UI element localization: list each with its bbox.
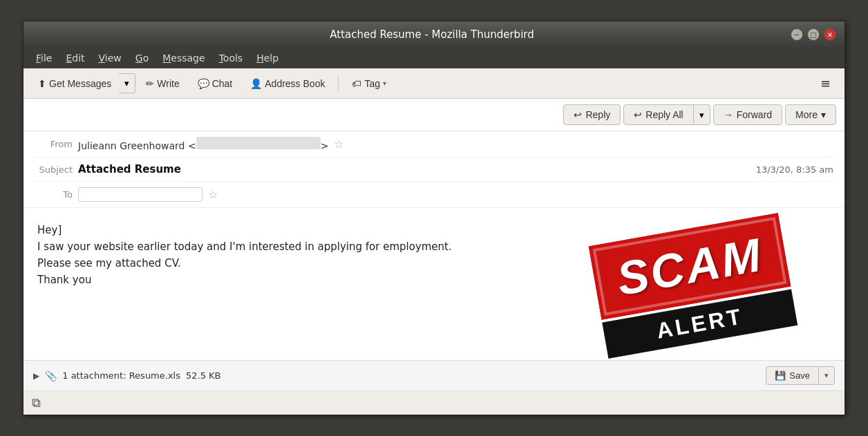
chat-button[interactable]: 💬 Chat: [190, 74, 240, 93]
menu-help[interactable]: Help: [251, 50, 284, 66]
save-button[interactable]: 💾 Save: [766, 366, 819, 385]
save-dropdown[interactable]: ▾: [819, 366, 835, 385]
attachment-bar: ▶ 📎 1 attachment: Resume.xls 52.5 KB 💾 S…: [23, 360, 845, 390]
reply-icon: ↩: [574, 109, 582, 120]
menu-tools[interactable]: Tools: [214, 50, 249, 66]
reply-all-button[interactable]: ↩ Reply All: [623, 104, 693, 125]
window-controls: ─ □ ✕: [791, 28, 836, 41]
email-date: 13/3/20, 8:35 am: [756, 164, 833, 175]
menu-go[interactable]: Go: [130, 50, 154, 66]
reply-all-dropdown[interactable]: ▾: [694, 104, 710, 125]
toolbar-separator: [338, 75, 339, 92]
reply-all-icon: ↩: [634, 109, 642, 120]
save-group: 💾 Save ▾: [766, 366, 835, 385]
subject-value: Attached Resume: [78, 163, 181, 176]
window-title: Attached Resume - Mozilla Thunderbird: [73, 28, 791, 41]
to-label: To: [35, 189, 73, 200]
address-book-icon: 👤: [250, 78, 262, 89]
write-icon: ✏: [146, 78, 154, 89]
email-header: From Julieann Greenhoward <> ☆ Subject A…: [23, 131, 845, 208]
from-email-field: [196, 137, 321, 149]
more-group: More ▾: [785, 104, 836, 125]
menu-edit[interactable]: Edit: [60, 50, 90, 66]
more-dropdown-arrow: ▾: [821, 109, 826, 120]
menu-file[interactable]: File: [30, 50, 57, 66]
get-messages-icon: ⬆: [38, 78, 46, 89]
toolbar-menu-button[interactable]: ≡: [813, 73, 838, 94]
reply-button[interactable]: ↩ Reply: [563, 104, 621, 125]
minimize-button[interactable]: ─: [791, 28, 803, 41]
attachment-info: ▶ 📎 1 attachment: Resume.xls 52.5 KB: [33, 370, 221, 381]
tag-group: 🏷 Tag ▾: [344, 74, 394, 93]
attachment-label: 1 attachment: Resume.xls: [62, 370, 180, 381]
tag-icon: 🏷: [352, 78, 361, 89]
from-label: From: [35, 139, 73, 149]
toolbar: ⬆ Get Messages ▾ ✏ Write 💬 Chat 👤 Addres…: [23, 68, 845, 99]
close-button[interactable]: ✕: [824, 28, 836, 41]
save-icon: 💾: [775, 370, 786, 381]
attachment-size: 52.5 KB: [186, 370, 221, 381]
status-bar: ⧉: [23, 390, 845, 415]
to-field[interactable]: [78, 187, 202, 202]
write-button[interactable]: ✏ Write: [138, 74, 187, 93]
address-book-button[interactable]: 👤 Address Book: [243, 74, 332, 93]
get-messages-group: ⬆ Get Messages ▾: [30, 73, 135, 93]
menu-message[interactable]: Message: [157, 50, 210, 66]
more-button[interactable]: More ▾: [785, 104, 836, 125]
thunderbird-window: Attached Resume - Mozilla Thunderbird ─ …: [23, 21, 845, 415]
attachment-expand-icon[interactable]: ▶: [33, 371, 39, 381]
get-messages-dropdown[interactable]: ▾: [119, 73, 135, 93]
reply-all-group: ↩ Reply All ▾: [623, 104, 710, 125]
email-body: Hey] I saw your website earlier today an…: [23, 208, 845, 360]
from-row: From Julieann Greenhoward <> ☆: [35, 131, 833, 158]
to-star-icon[interactable]: ☆: [208, 188, 218, 201]
paperclip-icon: 📎: [45, 370, 57, 381]
tag-button[interactable]: 🏷 Tag ▾: [344, 74, 394, 93]
subject-row: Subject Attached Resume 13/3/20, 8:35 am: [35, 158, 833, 182]
chat-icon: 💬: [198, 78, 209, 89]
menubar: File Edit View Go Message Tools Help: [23, 48, 845, 68]
to-row: To ☆: [35, 182, 833, 207]
get-messages-button[interactable]: ⬆ Get Messages: [30, 73, 119, 93]
from-value: Julieann Greenhoward <>: [78, 137, 328, 151]
forward-icon: →: [724, 109, 733, 120]
action-bar: ↩ Reply ↩ Reply All ▾ → Forward More ▾: [23, 99, 845, 131]
menu-view[interactable]: View: [93, 50, 127, 66]
forward-button[interactable]: → Forward: [713, 104, 782, 125]
status-icon[interactable]: ⧉: [32, 395, 41, 410]
maximize-button[interactable]: □: [807, 28, 820, 41]
from-star-icon[interactable]: ☆: [334, 138, 343, 151]
subject-label: Subject: [35, 164, 73, 175]
titlebar: Attached Resume - Mozilla Thunderbird ─ …: [23, 21, 845, 48]
